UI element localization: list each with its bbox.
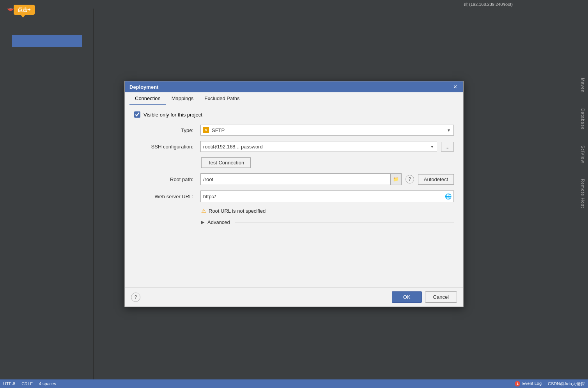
ssh-config-select-wrapper: root@192.168... password ▼ (200, 141, 437, 152)
type-select-wrapper: S SFTP FTP FTPS ▼ (200, 125, 454, 136)
web-server-url-label: Web server URL: (134, 194, 197, 199)
root-path-help-icon[interactable]: ? (406, 175, 414, 183)
url-input-wrapper: 🌐 (200, 190, 454, 202)
footer-help-button[interactable]: ? (131, 293, 140, 302)
tooltip-bubble[interactable]: 点击+ (14, 5, 35, 15)
advanced-row[interactable]: ▶ Advanced (201, 219, 454, 225)
type-label: Type: (134, 127, 197, 133)
tooltip-text: 点击+ (18, 6, 31, 13)
web-server-url-row: Web server URL: 🌐 (134, 190, 454, 202)
advanced-arrow-icon: ▶ (201, 220, 204, 225)
root-path-input[interactable] (201, 174, 390, 185)
test-connection-row: Test Connection (201, 157, 454, 168)
web-server-url-input[interactable] (201, 191, 443, 202)
dialog: Deployment × Connection Mappings Exclude… (124, 81, 464, 307)
footer-buttons: OK Cancel (392, 291, 457, 303)
cancel-button[interactable]: Cancel (425, 291, 457, 303)
warning-row: ⚠ Root URL is not specified (201, 208, 454, 214)
tab-excluded-paths[interactable]: Excluded Paths (199, 92, 245, 105)
dialog-overlay: Deployment × Connection Mappings Exclude… (0, 0, 588, 388)
root-path-row: Root path: 📁 ? Autodetect (134, 173, 454, 185)
dialog-body: Visible only for this project Type: S SF… (125, 105, 463, 231)
dialog-tabs: Connection Mappings Excluded Paths (125, 92, 463, 105)
visible-only-checkbox[interactable] (134, 111, 140, 118)
ssh-config-more-button[interactable]: ... (441, 142, 454, 152)
advanced-label: Advanced (207, 219, 230, 225)
warning-icon: ⚠ (201, 208, 206, 214)
autodetect-button[interactable]: Autodetect (418, 174, 454, 185)
type-select[interactable]: SFTP FTP FTPS (200, 125, 454, 136)
ok-button[interactable]: OK (392, 291, 422, 303)
warning-text: Root URL is not specified (209, 208, 266, 214)
ssh-config-label: SSH configuration: (134, 144, 197, 150)
root-path-label: Root path: (134, 176, 197, 182)
visible-only-row: Visible only for this project (134, 111, 454, 118)
root-path-input-wrapper: 📁 (200, 173, 402, 185)
dialog-footer: ? OK Cancel (125, 287, 463, 307)
advanced-divider (235, 222, 454, 222)
sftp-icon: S (203, 127, 209, 133)
folder-browse-button[interactable]: 📁 (390, 174, 401, 185)
dialog-titlebar: Deployment × (125, 81, 463, 92)
ssh-config-row: SSH configuration: root@192.168... passw… (134, 141, 454, 152)
visible-only-label: Visible only for this project (143, 112, 202, 118)
type-row: Type: S SFTP FTP FTPS ▼ (134, 125, 454, 136)
tab-mappings[interactable]: Mappings (166, 92, 199, 105)
ssh-config-select[interactable]: root@192.168... password (200, 141, 437, 152)
test-connection-button[interactable]: Test Connection (201, 157, 251, 168)
globe-icon: 🌐 (443, 191, 453, 202)
dialog-close-button[interactable]: × (452, 84, 459, 90)
tab-connection[interactable]: Connection (129, 92, 166, 105)
dialog-title: Deployment (129, 84, 158, 90)
